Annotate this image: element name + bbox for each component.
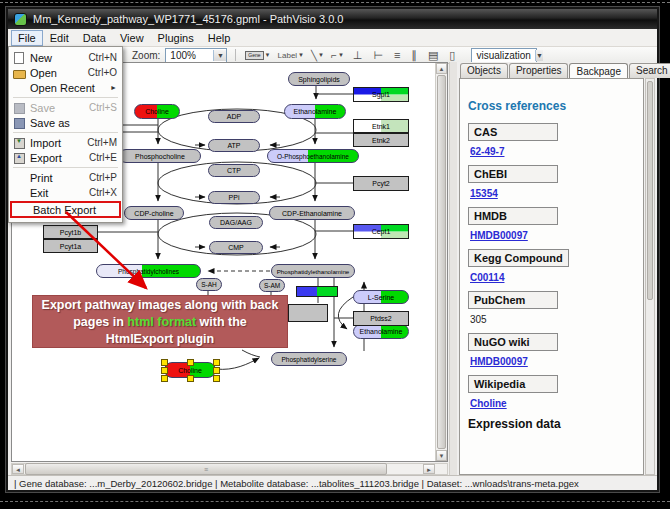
gene-node-pcyt1a[interactable]: Pcyt1a: [43, 239, 98, 253]
chevron-down-icon[interactable]: ▼: [265, 52, 271, 58]
gene-node-cept1[interactable]: Cept1: [353, 224, 409, 239]
distribute-horizontal-button[interactable]: ≡: [391, 49, 403, 61]
selection-handle[interactable]: [213, 375, 220, 382]
metabolite-node-o-phosphoethanolamine[interactable]: O-Phosphoethanolamine: [267, 149, 359, 163]
scroll-left-icon[interactable]: ◄: [12, 464, 24, 474]
app-icon: [14, 13, 27, 26]
panel-scroll-thumb[interactable]: [647, 81, 653, 300]
canvas-vertical-scrollbar[interactable]: ▲ ▼: [435, 63, 447, 461]
stack-button[interactable]: ▤: [425, 49, 441, 62]
metabolite-node-cdp-choline[interactable]: CDP-choline: [124, 206, 184, 220]
file-menu-item-new[interactable]: NewCtrl+N: [9, 50, 122, 65]
xref-link-choline[interactable]: Choline: [470, 398, 635, 409]
side-panel: ObjectsPropertiesBackpageSearchLegend Cr…: [457, 62, 655, 475]
metabolite-node-phosphocholine[interactable]: Phosphocholine: [119, 149, 201, 163]
scroll-right-icon[interactable]: ►: [423, 464, 435, 474]
tab-backpage[interactable]: Backpage: [569, 63, 627, 79]
selection-handle[interactable]: [161, 367, 168, 374]
gene-node-ptdss2[interactable]: Ptdss2: [353, 311, 409, 326]
distribute-vertical-button[interactable]: ∥: [408, 49, 420, 62]
xref-link-15354[interactable]: 15354: [470, 188, 635, 199]
chevron-down-icon[interactable]: ▼: [318, 52, 324, 58]
xref-link-c00114[interactable]: C00114: [470, 272, 635, 283]
gene-box-partial-right[interactable]: [288, 304, 328, 322]
gene-node-etnk2[interactable]: Etnk2: [353, 133, 409, 147]
align-center-button[interactable]: ⊥: [350, 49, 366, 62]
menu-data[interactable]: Data: [76, 30, 113, 46]
file-menu-item-open[interactable]: OpenCtrl+O: [9, 65, 122, 80]
file-menu-item-print[interactable]: PrintCtrl+P: [9, 170, 122, 185]
line-tool-button[interactable]: ╲ ▼: [310, 50, 325, 61]
node-label: Cept1: [372, 228, 391, 235]
metabolite-node-ppi[interactable]: PPi: [208, 191, 260, 204]
metabolite-node-phosphatidylserine[interactable]: Phosphatidylserine: [271, 352, 347, 366]
panel-vertical-scrollbar[interactable]: [645, 78, 655, 475]
file-menu-item-batch-export[interactable]: Batch Export: [10, 201, 121, 218]
metabolite-node-cdp-ethanolamine[interactable]: CDP-Ethanolamine: [269, 206, 355, 220]
group-button[interactable]: ▯: [446, 49, 458, 62]
menu-help[interactable]: Help: [201, 30, 238, 46]
node-label: Phosphatidylethanolamine: [277, 268, 350, 275]
metabolite-node-s-ah[interactable]: S-AH: [196, 278, 222, 291]
align-middle-button[interactable]: ⊢: [370, 49, 386, 62]
title-bar[interactable]: Mm_Kennedy_pathway_WP1771_45176.gpml - P…: [8, 9, 657, 29]
tab-properties[interactable]: Properties: [509, 63, 569, 78]
side-panel-tabs: ObjectsPropertiesBackpageSearchLegend: [457, 62, 655, 78]
file-menu-item-save-as[interactable]: Save as: [9, 115, 122, 130]
node-label: O-Phosphoethanolamine: [277, 153, 349, 160]
xref-link-hmdb00097[interactable]: HMDB00097: [470, 356, 635, 367]
file-menu-item-exit[interactable]: ExitCtrl+X: [9, 185, 122, 200]
tab-search[interactable]: Search: [629, 63, 670, 78]
tab-objects[interactable]: Objects: [460, 63, 508, 78]
scroll-up-icon[interactable]: ▲: [436, 63, 447, 74]
metabolite-node-cmp[interactable]: CMP: [209, 241, 263, 254]
gene-tool-button[interactable]: Gene ▼: [244, 51, 271, 60]
chevron-down-icon[interactable]: ▼: [298, 52, 304, 58]
gene-node-etnk1[interactable]: Etnk1: [353, 119, 409, 133]
stack-icon: ▤: [428, 49, 438, 61]
metabolite-node-dag-aag[interactable]: DAG/AAG: [209, 216, 263, 229]
selection-handle[interactable]: [161, 375, 168, 382]
file-menu-item-export[interactable]: ExportCtrl+E: [9, 150, 122, 165]
scroll-down-icon[interactable]: ▼: [436, 450, 447, 461]
chevron-down-icon[interactable]: ▼: [338, 52, 344, 58]
metabolite-node-ethanolamine[interactable]: Ethanolamine: [284, 104, 346, 119]
selection-handle[interactable]: [187, 375, 194, 382]
file-menu-item-open-recent[interactable]: Open Recent►: [9, 80, 122, 95]
selection-handle[interactable]: [187, 359, 194, 366]
gene-node-sgpl1[interactable]: Sgpl1: [353, 87, 409, 102]
selection-handle[interactable]: [213, 367, 220, 374]
horizontal-scroll-thumb[interactable]: ≡: [25, 463, 387, 475]
selection-handle[interactable]: [213, 359, 220, 366]
menu-edit[interactable]: Edit: [43, 30, 76, 46]
xref-link-hmdb00097[interactable]: HMDB00097: [470, 230, 635, 241]
app-window: Mm_Kennedy_pathway_WP1771_45176.gpml - P…: [6, 7, 659, 492]
metabolite-node-ctp[interactable]: CTP: [208, 164, 260, 177]
vertical-scroll-thumb[interactable]: [437, 75, 446, 449]
xref-link-62-49-7[interactable]: 62-49-7: [470, 146, 635, 157]
metabolite-node-adp[interactable]: ADP: [208, 110, 260, 123]
visualization-combobox[interactable]: visualization ▼: [471, 48, 537, 63]
metabolite-node-l-serine[interactable]: L-Serine: [353, 290, 409, 304]
metabolite-node-atp[interactable]: ATP: [208, 139, 260, 152]
connector-tool-button[interactable]: ⌐ ▼: [330, 50, 345, 61]
metabolite-node-s-am[interactable]: S-AM: [259, 279, 285, 292]
file-menu-item-import[interactable]: ImportCtrl+M: [9, 135, 122, 150]
metabolite-node-ethanolamine[interactable]: Ethanolamine: [353, 324, 409, 339]
metabolite-node-phosphatidylethanolamine[interactable]: Phosphatidylethanolamine: [271, 264, 355, 278]
metabolite-node-sphingolipids[interactable]: Sphingolipids: [288, 72, 350, 86]
zoom-combobox[interactable]: 100% ▼: [165, 48, 227, 63]
chevron-down-icon[interactable]: ▼: [213, 50, 226, 61]
metabolite-node-phosphatidylcholines[interactable]: Phosphatidylcholines: [96, 264, 201, 278]
menu-plugins[interactable]: Plugins: [151, 30, 201, 46]
gene-box-partial-top[interactable]: [296, 286, 338, 297]
menu-file[interactable]: File: [11, 30, 43, 46]
canvas-horizontal-scrollbar[interactable]: ◄ ≡ ►: [11, 463, 448, 475]
label-tool-button[interactable]: Label ▼: [277, 51, 306, 60]
selection-handle[interactable]: [161, 359, 168, 366]
menu-view[interactable]: View: [113, 30, 151, 46]
metabolite-node-choline[interactable]: Choline: [134, 104, 180, 119]
gene-node-pcyt1b[interactable]: Pcyt1b: [43, 225, 98, 239]
chevron-down-icon[interactable]: ▼: [535, 50, 543, 61]
gene-node-pcyt2[interactable]: Pcyt2: [353, 176, 409, 191]
